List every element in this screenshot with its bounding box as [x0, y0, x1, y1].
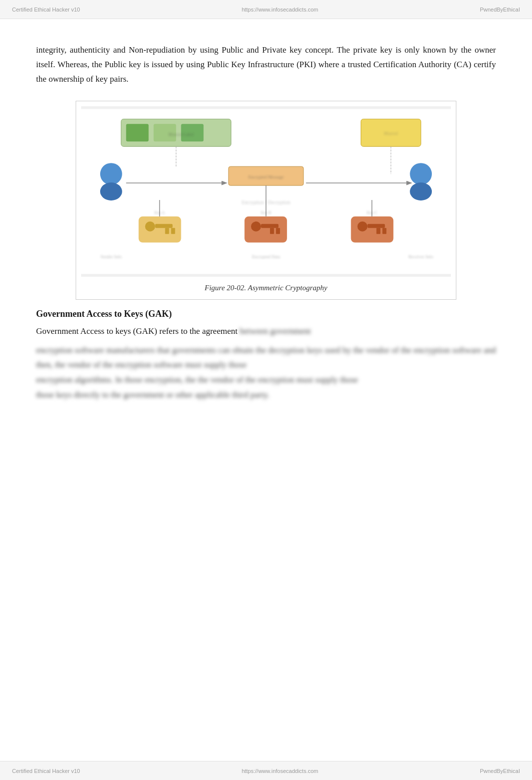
- header-left: Certified Ethical Hacker v10: [12, 7, 80, 13]
- footer-center: https://www.infosecaddicts.com: [241, 768, 318, 774]
- svg-point-11: [410, 182, 432, 201]
- svg-text:Encrypted Data: Encrypted Data: [252, 254, 280, 259]
- svg-rect-25: [276, 228, 280, 234]
- svg-point-9: [100, 182, 122, 201]
- gak-blurred-line3: those keys directly to the government or…: [36, 387, 496, 403]
- svg-rect-26: [351, 217, 394, 243]
- svg-text:Blurred Label: Blurred Label: [168, 132, 194, 137]
- svg-text:Sender Info: Sender Info: [101, 254, 122, 259]
- svg-rect-28: [367, 224, 385, 228]
- section-heading: Government Access to Keys (GAK): [36, 309, 496, 319]
- gak-blurred-line2: encryption algorithms. In those encrypti…: [36, 372, 496, 387]
- gak-blurred-line1: encryption software manufacturers that g…: [36, 343, 496, 373]
- page-container: Certified Ethical Hacker v10 https://www…: [0, 0, 532, 780]
- svg-point-22: [251, 222, 261, 232]
- svg-rect-20: [171, 228, 175, 234]
- header-bar: Certified Ethical Hacker v10 https://www…: [0, 0, 532, 19]
- svg-rect-24: [270, 228, 274, 234]
- gak-paragraph: Government Access to keys (GAK) refers t…: [36, 324, 496, 339]
- svg-text:Encrypted Message: Encrypted Message: [248, 174, 284, 179]
- header-right: PwnedByEthicaI: [480, 7, 520, 13]
- body-paragraph: integrity, authenticity and Non-repudiat…: [36, 43, 496, 87]
- diagram-svg: Blurred Label Blurred Encrypted Message: [81, 106, 451, 277]
- content-area: integrity, authenticity and Non-repudiat…: [0, 19, 532, 433]
- svg-rect-29: [376, 228, 380, 234]
- svg-text:Encryption / Decryption: Encryption / Decryption: [242, 200, 291, 205]
- svg-rect-2: [126, 124, 149, 141]
- figure-caption: Figure 20-02. Asymmetric Cryptography: [205, 282, 328, 294]
- footer-bar: Certified Ethical Hacker v10 https://www…: [0, 761, 532, 780]
- svg-point-17: [145, 222, 155, 232]
- svg-rect-18: [155, 224, 173, 228]
- svg-text:Key C: Key C: [367, 211, 377, 215]
- header-center: https://www.infosecaddicts.com: [241, 7, 318, 13]
- figure-image: Blurred Label Blurred Encrypted Message: [81, 106, 451, 277]
- svg-rect-30: [382, 228, 386, 234]
- gak-blurred-intro: between government: [239, 326, 311, 336]
- footer-left: Certified Ethical Hacker v10: [12, 768, 80, 774]
- svg-rect-21: [244, 217, 287, 243]
- svg-rect-19: [165, 228, 169, 234]
- svg-point-10: [410, 163, 432, 185]
- svg-rect-23: [261, 224, 279, 228]
- svg-text:Blurred: Blurred: [384, 131, 398, 136]
- footer-right: PwnedByEthicaI: [480, 768, 520, 774]
- gak-intro-text: Government Access to keys (GAK) refers t…: [36, 326, 237, 336]
- svg-point-8: [100, 163, 122, 185]
- svg-text:Key A: Key A: [154, 211, 165, 215]
- figure-container: Blurred Label Blurred Encrypted Message: [76, 101, 456, 300]
- svg-text:Key B: Key B: [261, 211, 272, 215]
- svg-text:Receiver Info: Receiver Info: [409, 254, 434, 259]
- svg-point-27: [358, 222, 368, 232]
